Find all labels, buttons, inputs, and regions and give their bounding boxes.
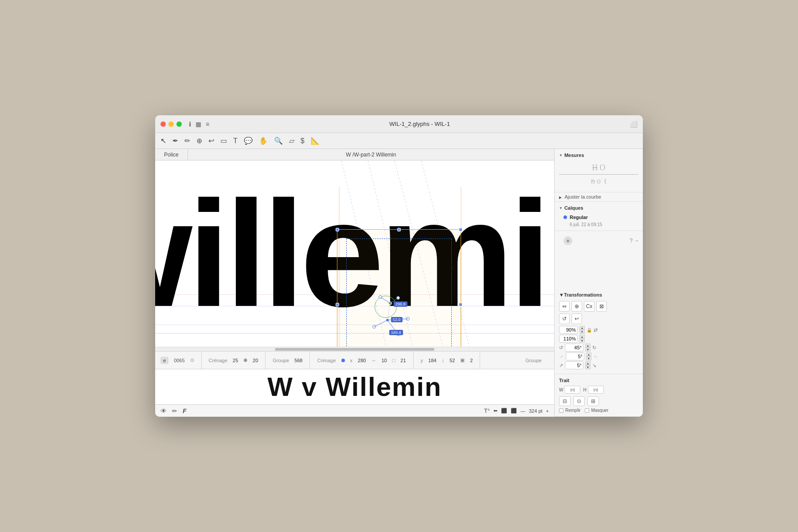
- stroke-round-icon[interactable]: ⊙: [573, 396, 585, 406]
- glyph-tab[interactable]: W /W-part-2 Willemin: [188, 152, 554, 158]
- f-icon[interactable]: F: [183, 407, 187, 415]
- remplir-checkbox[interactable]: [559, 408, 563, 413]
- pencil-bottom-icon[interactable]: ✏: [172, 407, 177, 415]
- rotate-2-input[interactable]: [566, 352, 584, 360]
- zoom-separator: —: [520, 408, 525, 414]
- rotate-3-up[interactable]: ▲: [585, 361, 591, 365]
- rect-outline-tool[interactable]: ▱: [289, 137, 294, 145]
- expand-icon[interactable]: ⬜: [630, 121, 638, 128]
- hand-tool[interactable]: ✋: [259, 137, 268, 145]
- grid-icon[interactable]: ▦: [196, 121, 201, 128]
- scale-x-down[interactable]: ▼: [579, 330, 585, 334]
- search-tool[interactable]: 🔍: [274, 137, 283, 145]
- rotate-2-up[interactable]: ▲: [586, 352, 591, 356]
- scale-y-up[interactable]: ▲: [579, 335, 585, 339]
- scale-y-input[interactable]: [559, 335, 578, 343]
- tilt-icon[interactable]: ↗: [559, 363, 563, 368]
- bezier-handle-3[interactable]: [396, 332, 400, 336]
- regular-layer-item[interactable]: Regular: [559, 213, 638, 221]
- rotate-ccw-icon-btn[interactable]: ↩: [571, 313, 582, 324]
- cursor-tool[interactable]: ↖: [160, 137, 166, 145]
- main-area: Police W /W-part-2 Willemin: [155, 149, 643, 417]
- width-value: 10: [381, 358, 387, 363]
- slant-right-icon[interactable]: ⟍: [593, 354, 598, 359]
- ajuster-link[interactable]: ▶ Ajuster la courbe: [555, 192, 643, 202]
- rotate-1-down[interactable]: ▼: [585, 348, 591, 352]
- align-left-icon[interactable]: ⬅: [493, 408, 497, 414]
- minus-icon[interactable]: −: [635, 238, 638, 244]
- rotate-1-up[interactable]: ▲: [585, 344, 591, 348]
- bezier-point-1[interactable]: [388, 301, 392, 305]
- transform-tool[interactable]: ↩: [208, 137, 214, 145]
- masquer-checkbox[interactable]: [585, 408, 589, 413]
- fullscreen-button[interactable]: [176, 121, 182, 127]
- calques-header[interactable]: ▼ Calques: [559, 205, 638, 211]
- scale-x-up[interactable]: ▲: [579, 326, 585, 330]
- zoom-controls: T° ⬅ ⬛ ⬛ — 324 pt +: [484, 407, 549, 414]
- layer-name: Regular: [570, 215, 588, 220]
- bezier-anchor[interactable]: [386, 318, 389, 322]
- scale-x-input[interactable]: [559, 326, 578, 334]
- pencil-tool[interactable]: ✏: [184, 137, 190, 145]
- mirror-v-icon-btn[interactable]: ⊠: [596, 301, 607, 312]
- dollar-tool[interactable]: $: [301, 137, 305, 145]
- rotate-cw-icon-btn[interactable]: ↺: [559, 313, 570, 324]
- align-center-icon[interactable]: ⬛: [501, 408, 507, 414]
- rotate-3-input[interactable]: [565, 361, 583, 369]
- layer-date: 6 juil. 22 à 09:15: [559, 221, 638, 229]
- scale-y-down[interactable]: ▼: [579, 339, 585, 343]
- window-title: WIL-1_2.glyphs - WIL-1: [213, 121, 626, 127]
- mirror-h-icon-btn[interactable]: Cx: [584, 301, 595, 312]
- scrollbar-thumb[interactable]: [275, 348, 434, 351]
- lock-icon[interactable]: 🔒: [587, 328, 592, 332]
- columns-icon[interactable]: ⬛: [511, 408, 517, 414]
- help-icon[interactable]: ?: [630, 238, 633, 244]
- eye-icon[interactable]: 👁: [160, 407, 167, 415]
- stroke-square-icon[interactable]: ⊞: [587, 396, 599, 406]
- rectangle-tool[interactable]: ▭: [220, 137, 227, 145]
- glyph-display: willemin: [155, 160, 554, 347]
- bezier-point-3[interactable]: [396, 296, 400, 300]
- flip-v-icon-btn[interactable]: ⊕: [571, 301, 582, 312]
- groupe-info: Groupe 568: [266, 352, 310, 369]
- add-layer-button[interactable]: +: [563, 236, 572, 245]
- slant-icon[interactable]: ⟋: [559, 354, 564, 359]
- text-tool[interactable]: T: [233, 137, 238, 145]
- canvas-viewport[interactable]: willemin: [155, 160, 554, 347]
- bezier-point-2[interactable]: [379, 295, 382, 299]
- flip-h-icon-btn[interactable]: ⇔: [559, 301, 570, 312]
- bezier-handle-1[interactable]: [372, 325, 376, 329]
- info-icon[interactable]: ℹ: [189, 121, 191, 128]
- close-button[interactable]: [160, 121, 166, 127]
- rotate-1-input[interactable]: [565, 344, 583, 352]
- scale-expand-icon[interactable]: ⇄: [594, 327, 598, 333]
- trait-w-input[interactable]: [564, 386, 580, 394]
- minimize-button[interactable]: [168, 121, 174, 127]
- pen-tool[interactable]: ✒: [172, 137, 178, 145]
- zoom-in-icon[interactable]: +: [546, 408, 549, 414]
- bezier-handle-2[interactable]: [406, 317, 410, 321]
- speech-bubble-tool[interactable]: 💬: [244, 137, 253, 145]
- rotate-2-down[interactable]: ▼: [586, 356, 591, 360]
- glyph-info: e 0065 ⊙: [160, 352, 202, 369]
- anchor-tool[interactable]: ⊕: [196, 137, 202, 145]
- zoom-icon[interactable]: T°: [484, 407, 490, 414]
- ajuster-chevron: ▶: [559, 196, 562, 200]
- rotate-ccw-icon[interactable]: ↺: [559, 345, 563, 351]
- mesures-header[interactable]: ▼ Mesures: [559, 153, 638, 158]
- transformations-header[interactable]: ▼ Transformations: [559, 292, 638, 297]
- ruler-tool[interactable]: 📐: [311, 137, 320, 145]
- police-tab[interactable]: Police: [155, 149, 188, 160]
- rect-label: □: [392, 358, 395, 363]
- list-icon[interactable]: ≡: [206, 121, 209, 128]
- stroke-butt-icon[interactable]: ⊟: [559, 396, 571, 406]
- trait-h-input[interactable]: [588, 386, 604, 394]
- rotate-cw-icon[interactable]: ↻: [592, 345, 596, 351]
- tilt-right-icon[interactable]: ↘: [592, 363, 596, 368]
- rotate-1-stepper: ▲ ▼: [585, 344, 591, 352]
- horizontal-scrollbar[interactable]: [155, 347, 554, 351]
- rotate-3-down[interactable]: ▼: [585, 365, 591, 369]
- ajuster-label: Ajuster la courbe: [564, 194, 601, 200]
- glyph-tab-label: W /W-part-2 Willemin: [346, 152, 396, 158]
- scale-y-stepper: ▲ ▼: [579, 335, 585, 343]
